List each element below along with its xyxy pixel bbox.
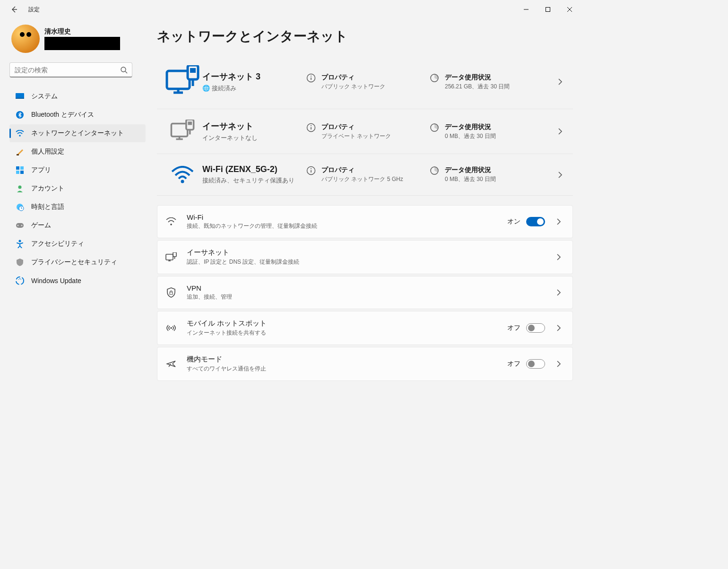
network-title: Wi-Fi (ZENX_5G-2) (202, 164, 301, 174)
info-icon (306, 73, 317, 84)
network-row-wifi[interactable]: Wi-Fi (ZENX_5G-2) 接続済み、セキュリティ保護あり プロパティパ… (157, 154, 573, 196)
sidebar-item-time-language[interactable]: 時刻と言語 (9, 198, 146, 216)
sidebar-item-label: アプリ (31, 166, 51, 174)
svg-point-15 (17, 225, 19, 226)
svg-rect-0 (546, 8, 550, 12)
svg-point-33 (311, 168, 312, 169)
network-usage-link[interactable]: データ使用状況0 MB、過去 30 日間 (430, 123, 553, 140)
brush-icon (15, 147, 25, 156)
wifi-icon (163, 166, 202, 184)
chevron-right-icon (552, 254, 566, 260)
sidebar-item-accounts[interactable]: アカウント (9, 180, 146, 198)
sidebar-item-label: システム (31, 92, 58, 101)
card-title: モバイル ホットスポット (187, 319, 507, 328)
ethernet-monitor-icon (163, 65, 202, 98)
card-hotspot[interactable]: モバイル ホットスポットインターネット接続を共有する オフ (157, 311, 573, 345)
close-button[interactable] (559, 2, 581, 17)
search-icon (120, 66, 128, 74)
card-wifi[interactable]: Wi-Fi接続、既知のネットワークの管理、従量制課金接続 オン (157, 205, 573, 238)
svg-rect-8 (20, 166, 24, 170)
sidebar-item-label: 個人用設定 (31, 147, 64, 156)
minimize-button[interactable] (515, 2, 537, 17)
sidebar-item-gaming[interactable]: ゲーム (9, 216, 146, 234)
network-status: 接続済み、セキュリティ保護あり (202, 176, 301, 185)
card-title: Wi-Fi (187, 213, 507, 221)
chevron-right-icon (553, 78, 567, 85)
shield-icon (15, 258, 25, 267)
maximize-button[interactable] (537, 2, 559, 17)
svg-rect-37 (173, 252, 176, 257)
svg-rect-36 (166, 254, 173, 260)
wifi-state-label: オン (507, 217, 520, 226)
system-icon (15, 92, 25, 101)
network-title: イーサネット (202, 121, 301, 132)
chevron-right-icon (553, 128, 567, 135)
sidebar-item-network[interactable]: ネットワークとインターネット (9, 124, 146, 142)
card-subtitle: 追加、接続、管理 (187, 293, 552, 301)
update-icon (15, 276, 25, 285)
shield-lock-icon (164, 287, 178, 298)
card-title: VPN (187, 284, 552, 292)
network-usage-link[interactable]: データ使用状況256.21 GB、過去 30 日間 (430, 73, 553, 91)
profile-name: 清水理史 (44, 27, 120, 36)
svg-point-1 (121, 67, 126, 72)
card-subtitle: インターネット接続を共有する (187, 329, 507, 337)
sidebar-item-label: ネットワークとインターネット (31, 129, 124, 138)
chevron-right-icon (552, 218, 566, 225)
data-usage-icon (430, 73, 440, 84)
svg-rect-14 (16, 223, 24, 228)
svg-point-39 (170, 327, 172, 329)
card-vpn[interactable]: VPN追加、接続、管理 (157, 276, 573, 309)
profile-section[interactable]: 清水理史 (9, 23, 146, 55)
sidebar-item-accessibility[interactable]: アクセシビリティ (9, 235, 146, 253)
main-content: ネットワークとインターネット イーサネット 3 🌐接続済み プロパティパブリック… (147, 19, 582, 455)
sidebar-item-personalization[interactable]: 個人用設定 (9, 143, 146, 161)
sidebar-item-privacy[interactable]: プライバシーとセキュリティ (9, 253, 146, 271)
network-usage-link[interactable]: データ使用状況0 MB、過去 30 日間 (430, 166, 553, 183)
svg-point-11 (18, 186, 22, 189)
chevron-right-icon (552, 289, 566, 296)
sidebar-item-apps[interactable]: アプリ (9, 161, 146, 179)
ethernet-icon (164, 252, 178, 262)
svg-rect-25 (171, 124, 187, 137)
svg-rect-3 (16, 98, 24, 99)
network-row-ethernet3[interactable]: イーサネット 3 🌐接続済み プロパティパブリック ネットワーク データ使用状況… (157, 55, 573, 109)
wifi-toggle[interactable] (526, 217, 545, 226)
data-usage-icon (430, 166, 440, 176)
svg-rect-19 (167, 71, 190, 89)
sidebar-item-windows-update[interactable]: Windows Update (9, 272, 146, 290)
info-icon (306, 166, 317, 176)
back-button[interactable] (6, 1, 23, 18)
search-box[interactable] (9, 62, 132, 78)
chevron-right-icon (553, 172, 567, 178)
svg-rect-21 (190, 68, 196, 73)
hotspot-state-label: オフ (507, 324, 520, 332)
titlebar: 設定 (0, 0, 582, 19)
airplane-icon (164, 359, 178, 369)
page-title: ネットワークとインターネット (157, 27, 573, 45)
network-properties-link[interactable]: プロパティパブリック ネットワーク 5 GHz (306, 166, 430, 183)
network-row-ethernet[interactable]: イーサネット インターネットなし プロパティプライベート ネットワーク データ使… (157, 109, 573, 154)
hotspot-icon (164, 324, 178, 332)
apps-icon (15, 165, 25, 175)
card-subtitle: 認証、IP 設定と DNS 設定、従量制課金接続 (187, 258, 552, 266)
sidebar-item-label: ゲーム (31, 221, 51, 230)
sidebar-item-label: Bluetooth とデバイス (31, 111, 94, 119)
svg-point-5 (19, 135, 21, 137)
card-airplane[interactable]: 機内モードすべてのワイヤレス通信を停止 オフ (157, 347, 573, 381)
sidebar-item-bluetooth[interactable]: Bluetooth とデバイス (9, 106, 146, 124)
svg-point-17 (19, 240, 21, 242)
network-properties-link[interactable]: プロパティパブリック ネットワーク (306, 73, 430, 91)
airplane-toggle[interactable] (526, 359, 545, 369)
hotspot-toggle[interactable] (526, 323, 545, 333)
network-properties-link[interactable]: プロパティプライベート ネットワーク (306, 123, 430, 140)
svg-point-31 (181, 180, 184, 183)
airplane-state-label: オフ (507, 360, 520, 368)
sidebar-item-label: Windows Update (31, 277, 81, 284)
sidebar-item-system[interactable]: システム (9, 87, 146, 105)
search-input[interactable] (9, 62, 132, 78)
sidebar-item-label: アカウント (31, 184, 64, 193)
globe-icon: 🌐 (202, 85, 210, 92)
card-ethernet[interactable]: イーサネット認証、IP 設定と DNS 設定、従量制課金接続 (157, 240, 573, 274)
globe-clock-icon (15, 202, 25, 212)
